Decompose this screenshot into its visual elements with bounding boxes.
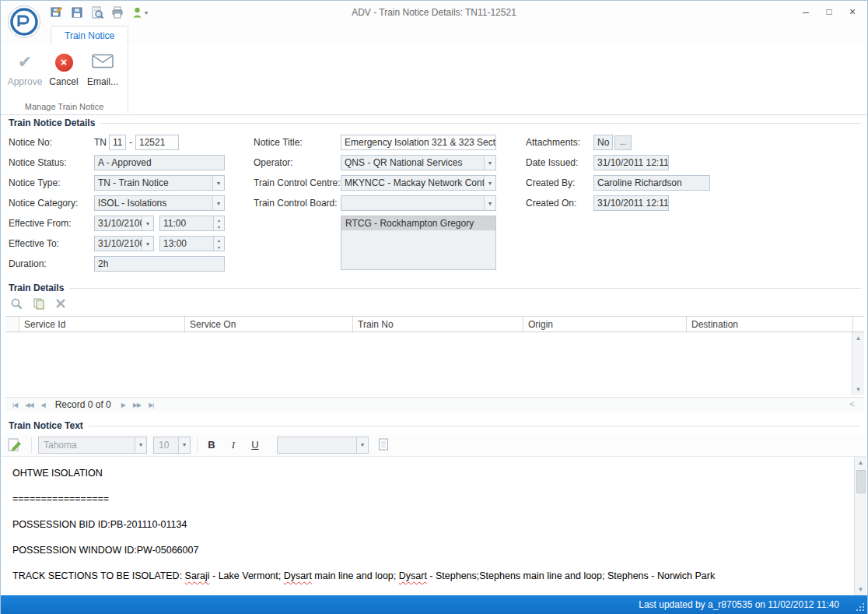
chevron-down-icon[interactable]: ▾ <box>212 176 224 190</box>
grid-column-header[interactable]: Origin <box>523 317 687 332</box>
attachments-browse-button[interactable]: ... <box>614 135 632 150</box>
minimize-button[interactable]: – <box>794 1 817 23</box>
notice-no-part1-field[interactable]: 11 <box>109 135 126 150</box>
pager-last-icon[interactable]: ▶| <box>149 402 153 409</box>
cancel-button-label: Cancel <box>44 76 83 87</box>
print-preview-icon[interactable] <box>91 6 103 19</box>
notice-title-row: Notice Title: Emergency Isolation 321 & … <box>254 135 499 150</box>
delete-icon[interactable] <box>55 298 66 309</box>
app-logo-icon[interactable] <box>7 5 41 39</box>
chevron-down-icon[interactable]: ▾ <box>178 437 190 453</box>
attachments-field[interactable]: No <box>593 135 613 150</box>
bold-button[interactable]: B <box>202 437 221 454</box>
approve-button-label: Approve <box>5 76 44 87</box>
copy-icon[interactable] <box>33 297 45 310</box>
pager-next-page-icon[interactable]: ▶▶ <box>133 402 141 409</box>
list-item[interactable]: RTCG - Rockhampton Gregory <box>341 216 495 230</box>
search-icon[interactable] <box>10 297 23 310</box>
pager-record-text: Record 0 of 0 <box>55 399 111 410</box>
operator-dropdown[interactable]: QNS - QR National Services ▾ <box>341 155 496 170</box>
effective-from-time-field[interactable]: 11:00 ▴ ▾ <box>159 216 225 231</box>
edit-icon[interactable] <box>8 438 22 452</box>
chevron-down-icon[interactable]: ▾ <box>484 196 495 210</box>
train-control-board-dropdown[interactable]: ▾ <box>341 195 496 211</box>
section-header-train-notice-text: Train Notice Text <box>9 420 861 431</box>
effective-to-date-field[interactable]: 31/10/2100 ▾ <box>94 236 154 251</box>
chevron-down-icon[interactable]: ▾ <box>484 176 495 190</box>
underline-button[interactable]: U <box>246 437 264 454</box>
spin-down-icon[interactable]: ▾ <box>214 223 224 230</box>
scrollbar-thumb[interactable] <box>856 470 866 493</box>
chevron-down-icon[interactable]: ▾ <box>212 196 224 210</box>
grid-vertical-scrollbar[interactable]: ▲ ▼ <box>852 332 864 395</box>
text-line: OHTWE ISOLATION <box>12 467 856 479</box>
chevron-down-icon[interactable]: ▾ <box>484 156 495 170</box>
scroll-up-icon[interactable]: ▲ <box>856 332 862 344</box>
pager-prev-page-icon[interactable]: ◀◀ <box>25 402 33 409</box>
font-family-dropdown[interactable]: Tahoma ▾ <box>38 437 147 454</box>
notice-status-field[interactable]: A - Approved <box>94 155 225 170</box>
grid-column-header[interactable]: Train No <box>353 317 523 332</box>
maximize-button[interactable]: □ <box>817 1 841 23</box>
pager-next-icon[interactable]: ▶ <box>121 402 125 409</box>
notice-title-field[interactable]: Emergency Isolation 321 & 323 Sections <box>341 135 496 150</box>
font-size-dropdown[interactable]: 10 ▾ <box>153 437 191 454</box>
chevron-down-icon[interactable]: ▾ <box>142 237 153 251</box>
section-title: Train Notice Text <box>9 420 83 431</box>
train-control-centre-dropdown[interactable]: MKYNCC - Mackay Network Control C ▾ <box>341 175 496 191</box>
email-envelope-icon <box>92 54 114 71</box>
tab-train-notice[interactable]: Train Notice <box>51 26 128 45</box>
rich-text-toolbar: Tahoma ▾ 10 ▾ B I U ▾ <box>2 433 866 457</box>
scroll-down-icon[interactable]: ▼ <box>858 584 864 595</box>
email-button[interactable]: Email... <box>83 48 122 87</box>
grid-column-header[interactable]: Destination <box>687 317 853 332</box>
effective-from-label: Effective From: <box>9 218 94 229</box>
train-control-board-listbox[interactable]: RTCG - Rockhampton Gregory <box>341 216 496 270</box>
ribbon-tab-row: Train Notice <box>1 24 867 45</box>
rich-text-content[interactable]: OHTWE ISOLATION=================POSSESSI… <box>2 457 866 595</box>
cancel-button[interactable]: × Cancel <box>44 48 83 87</box>
notice-type-row: Notice Type: TN - Train Notice ▾ <box>9 175 242 191</box>
scroll-down-icon[interactable]: ▼ <box>856 384 862 395</box>
user-menu-caret-icon: ▾ <box>145 9 148 16</box>
created-by-row: Created By: Caroline Richardson <box>526 175 728 191</box>
hscroll-left-icon[interactable]: < <box>850 399 855 409</box>
italic-button[interactable]: I <box>224 437 243 454</box>
resize-grip[interactable] <box>856 603 864 611</box>
ribbon-group-separator <box>128 47 128 114</box>
user-menu-icon[interactable]: ▾ <box>131 6 148 19</box>
save-icon[interactable] <box>71 6 83 19</box>
created-by-field[interactable]: Caroline Richardson <box>593 175 710 191</box>
effective-from-date-field[interactable]: 31/10/2100 ▾ <box>94 216 154 231</box>
print-icon[interactable] <box>111 6 124 19</box>
notice-type-dropdown[interactable]: TN - Train Notice ▾ <box>94 175 225 191</box>
close-button[interactable]: × <box>841 1 864 23</box>
spin-up-icon[interactable]: ▴ <box>214 216 224 223</box>
grid-column-header[interactable]: Service On <box>185 317 353 332</box>
duration-field[interactable]: 2h <box>94 256 225 272</box>
spin-up-icon[interactable]: ▴ <box>214 237 224 244</box>
section-header-train-notice-details: Train Notice Details <box>9 118 861 128</box>
created-on-field[interactable]: 31/10/2011 12:11 <box>593 195 669 211</box>
save-as-icon[interactable] <box>51 6 63 19</box>
effective-to-time-field[interactable]: 13:00 ▴ ▾ <box>159 236 225 251</box>
notice-no-part2-field[interactable]: 12521 <box>135 135 179 150</box>
spin-down-icon[interactable]: ▾ <box>214 244 224 251</box>
scroll-up-icon[interactable]: ▲ <box>858 457 864 468</box>
created-on-row: Created On: 31/10/2011 12:11 <box>526 195 728 211</box>
chevron-down-icon[interactable]: ▾ <box>356 437 368 453</box>
train-details-toolbar <box>10 297 66 310</box>
notice-category-dropdown[interactable]: ISOL - Isolations ▾ <box>94 195 225 211</box>
style-dropdown[interactable]: ▾ <box>277 437 369 454</box>
chevron-down-icon[interactable]: ▾ <box>142 216 153 230</box>
document-icon[interactable] <box>378 438 390 451</box>
chevron-down-icon[interactable]: ▾ <box>135 437 146 453</box>
text-line: TRACK SECTIONS TO BE ISOLATED: Saraji - … <box>12 570 856 582</box>
grid-column-header[interactable]: Service Id <box>19 317 185 332</box>
pager-prev-icon[interactable]: ◀ <box>41 402 45 409</box>
pager-first-icon[interactable]: |◀ <box>12 402 17 409</box>
date-issued-field[interactable]: 31/10/2011 12:11 <box>593 155 669 170</box>
editor-vertical-scrollbar[interactable]: ▲ ▼ <box>854 457 866 595</box>
approve-button[interactable]: ✔ Approve <box>5 48 44 87</box>
notice-status-row: Notice Status: A - Approved <box>9 155 242 170</box>
